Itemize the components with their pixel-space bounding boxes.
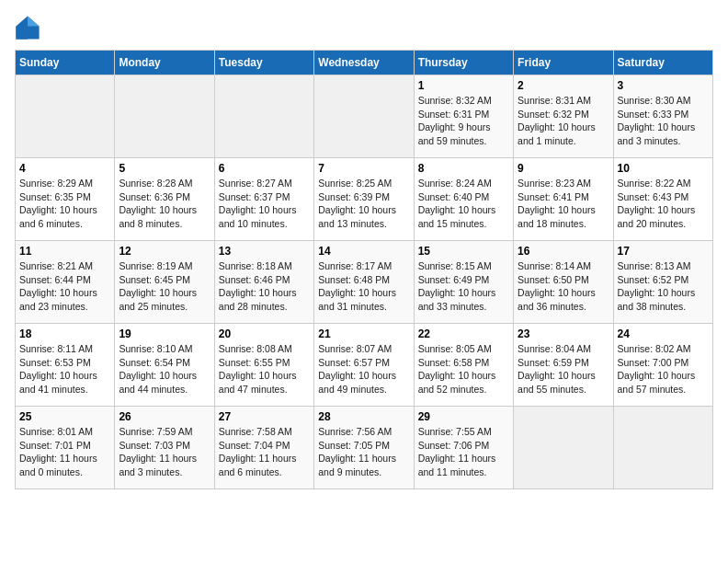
logo-icon [15, 15, 40, 40]
day-number: 2 [518, 79, 609, 92]
day-number: 6 [219, 162, 310, 175]
day-cell: 19Sunrise: 8:10 AM Sunset: 6:54 PM Dayli… [115, 324, 214, 407]
day-number: 26 [119, 410, 210, 423]
column-header-friday: Friday [514, 51, 613, 75]
day-number: 21 [318, 327, 409, 340]
day-cell: 26Sunrise: 7:59 AM Sunset: 7:03 PM Dayli… [115, 407, 214, 489]
day-info: Sunrise: 8:17 AM Sunset: 6:48 PM Dayligh… [318, 259, 409, 314]
day-number: 12 [119, 245, 210, 258]
day-cell: 3Sunrise: 8:30 AM Sunset: 6:33 PM Daylig… [613, 75, 712, 158]
day-cell: 27Sunrise: 7:58 AM Sunset: 7:04 PM Dayli… [214, 407, 313, 489]
day-info: Sunrise: 8:30 AM Sunset: 6:33 PM Dayligh… [618, 94, 709, 148]
day-info: Sunrise: 8:23 AM Sunset: 6:41 PM Dayligh… [518, 177, 609, 231]
logo [15, 15, 44, 40]
calendar-header-row: SundayMondayTuesdayWednesdayThursdayFrid… [16, 51, 713, 75]
day-info: Sunrise: 8:32 AM Sunset: 6:31 PM Dayligh… [418, 94, 509, 148]
day-number: 22 [418, 327, 509, 340]
svg-marker-2 [16, 27, 28, 40]
day-cell: 6Sunrise: 8:27 AM Sunset: 6:37 PM Daylig… [214, 158, 313, 241]
day-cell: 24Sunrise: 8:02 AM Sunset: 7:00 PM Dayli… [613, 324, 712, 407]
day-info: Sunrise: 8:07 AM Sunset: 6:57 PM Dayligh… [318, 342, 409, 396]
column-header-saturday: Saturday [613, 51, 712, 75]
day-info: Sunrise: 8:10 AM Sunset: 6:54 PM Dayligh… [119, 342, 210, 396]
day-cell: 2Sunrise: 8:31 AM Sunset: 6:32 PM Daylig… [514, 75, 613, 158]
day-info: Sunrise: 8:22 AM Sunset: 6:43 PM Dayligh… [618, 177, 709, 231]
day-number: 16 [518, 245, 609, 258]
header [15, 15, 713, 40]
day-info: Sunrise: 8:13 AM Sunset: 6:52 PM Dayligh… [618, 259, 709, 314]
day-number: 27 [219, 410, 310, 423]
day-number: 25 [19, 410, 110, 423]
day-info: Sunrise: 7:59 AM Sunset: 7:03 PM Dayligh… [119, 425, 210, 479]
day-number: 4 [19, 162, 110, 175]
day-info: Sunrise: 7:58 AM Sunset: 7:04 PM Dayligh… [219, 425, 310, 479]
day-cell: 20Sunrise: 8:08 AM Sunset: 6:55 PM Dayli… [214, 324, 313, 407]
day-number: 7 [318, 162, 409, 175]
day-info: Sunrise: 8:01 AM Sunset: 7:01 PM Dayligh… [19, 425, 110, 479]
day-number: 18 [19, 327, 110, 340]
day-cell: 7Sunrise: 8:25 AM Sunset: 6:39 PM Daylig… [314, 158, 414, 241]
day-info: Sunrise: 8:02 AM Sunset: 7:00 PM Dayligh… [618, 342, 709, 396]
day-cell: 14Sunrise: 8:17 AM Sunset: 6:48 PM Dayli… [314, 241, 414, 324]
day-number: 1 [418, 79, 509, 92]
day-cell: 22Sunrise: 8:05 AM Sunset: 6:58 PM Dayli… [414, 324, 513, 407]
day-info: Sunrise: 8:25 AM Sunset: 6:39 PM Dayligh… [318, 177, 409, 231]
day-cell: 25Sunrise: 8:01 AM Sunset: 7:01 PM Dayli… [16, 407, 115, 489]
column-header-tuesday: Tuesday [214, 51, 313, 75]
week-row-4: 18Sunrise: 8:11 AM Sunset: 6:53 PM Dayli… [16, 324, 713, 407]
day-info: Sunrise: 8:21 AM Sunset: 6:44 PM Dayligh… [19, 259, 110, 314]
day-number: 3 [618, 79, 709, 92]
day-number: 11 [19, 245, 110, 258]
day-number: 28 [318, 410, 409, 423]
day-info: Sunrise: 8:18 AM Sunset: 6:46 PM Dayligh… [219, 259, 310, 314]
week-row-5: 25Sunrise: 8:01 AM Sunset: 7:01 PM Dayli… [16, 407, 713, 489]
day-cell: 29Sunrise: 7:55 AM Sunset: 7:06 PM Dayli… [414, 407, 513, 489]
day-info: Sunrise: 8:14 AM Sunset: 6:50 PM Dayligh… [518, 259, 609, 314]
day-cell [115, 75, 214, 158]
day-cell: 18Sunrise: 8:11 AM Sunset: 6:53 PM Dayli… [16, 324, 115, 407]
day-info: Sunrise: 8:28 AM Sunset: 6:36 PM Dayligh… [119, 177, 210, 231]
column-header-monday: Monday [115, 51, 214, 75]
day-cell: 9Sunrise: 8:23 AM Sunset: 6:41 PM Daylig… [514, 158, 613, 241]
week-row-1: 1Sunrise: 8:32 AM Sunset: 6:31 PM Daylig… [16, 75, 713, 158]
day-cell: 10Sunrise: 8:22 AM Sunset: 6:43 PM Dayli… [613, 158, 712, 241]
day-cell: 4Sunrise: 8:29 AM Sunset: 6:35 PM Daylig… [16, 158, 115, 241]
week-row-2: 4Sunrise: 8:29 AM Sunset: 6:35 PM Daylig… [16, 158, 713, 241]
day-number: 19 [119, 327, 210, 340]
day-info: Sunrise: 8:31 AM Sunset: 6:32 PM Dayligh… [518, 94, 609, 148]
svg-marker-1 [28, 16, 40, 26]
day-info: Sunrise: 8:19 AM Sunset: 6:45 PM Dayligh… [119, 259, 210, 314]
day-cell [214, 75, 313, 158]
column-header-sunday: Sunday [16, 51, 115, 75]
week-row-3: 11Sunrise: 8:21 AM Sunset: 6:44 PM Dayli… [16, 241, 713, 324]
day-number: 24 [618, 327, 709, 340]
day-cell: 11Sunrise: 8:21 AM Sunset: 6:44 PM Dayli… [16, 241, 115, 324]
day-cell: 15Sunrise: 8:15 AM Sunset: 6:49 PM Dayli… [414, 241, 513, 324]
day-cell: 1Sunrise: 8:32 AM Sunset: 6:31 PM Daylig… [414, 75, 513, 158]
day-cell: 12Sunrise: 8:19 AM Sunset: 6:45 PM Dayli… [115, 241, 214, 324]
day-cell: 8Sunrise: 8:24 AM Sunset: 6:40 PM Daylig… [414, 158, 513, 241]
day-number: 29 [418, 410, 509, 423]
day-cell: 23Sunrise: 8:04 AM Sunset: 6:59 PM Dayli… [514, 324, 613, 407]
day-cell: 21Sunrise: 8:07 AM Sunset: 6:57 PM Dayli… [314, 324, 414, 407]
day-number: 15 [418, 245, 509, 258]
day-number: 10 [618, 162, 709, 175]
day-cell: 13Sunrise: 8:18 AM Sunset: 6:46 PM Dayli… [214, 241, 313, 324]
day-info: Sunrise: 8:08 AM Sunset: 6:55 PM Dayligh… [219, 342, 310, 396]
day-info: Sunrise: 7:56 AM Sunset: 7:05 PM Dayligh… [318, 425, 409, 479]
day-info: Sunrise: 8:15 AM Sunset: 6:49 PM Dayligh… [418, 259, 509, 314]
day-info: Sunrise: 7:55 AM Sunset: 7:06 PM Dayligh… [418, 425, 509, 479]
day-info: Sunrise: 8:29 AM Sunset: 6:35 PM Dayligh… [19, 177, 110, 231]
day-cell [514, 407, 613, 489]
calendar-table: SundayMondayTuesdayWednesdayThursdayFrid… [15, 50, 713, 489]
day-info: Sunrise: 8:11 AM Sunset: 6:53 PM Dayligh… [19, 342, 110, 396]
day-cell: 5Sunrise: 8:28 AM Sunset: 6:36 PM Daylig… [115, 158, 214, 241]
column-header-thursday: Thursday [414, 51, 513, 75]
day-number: 9 [518, 162, 609, 175]
day-info: Sunrise: 8:27 AM Sunset: 6:37 PM Dayligh… [219, 177, 310, 231]
day-number: 17 [618, 245, 709, 258]
day-info: Sunrise: 8:04 AM Sunset: 6:59 PM Dayligh… [518, 342, 609, 396]
day-number: 13 [219, 245, 310, 258]
day-number: 23 [518, 327, 609, 340]
column-header-wednesday: Wednesday [314, 51, 414, 75]
